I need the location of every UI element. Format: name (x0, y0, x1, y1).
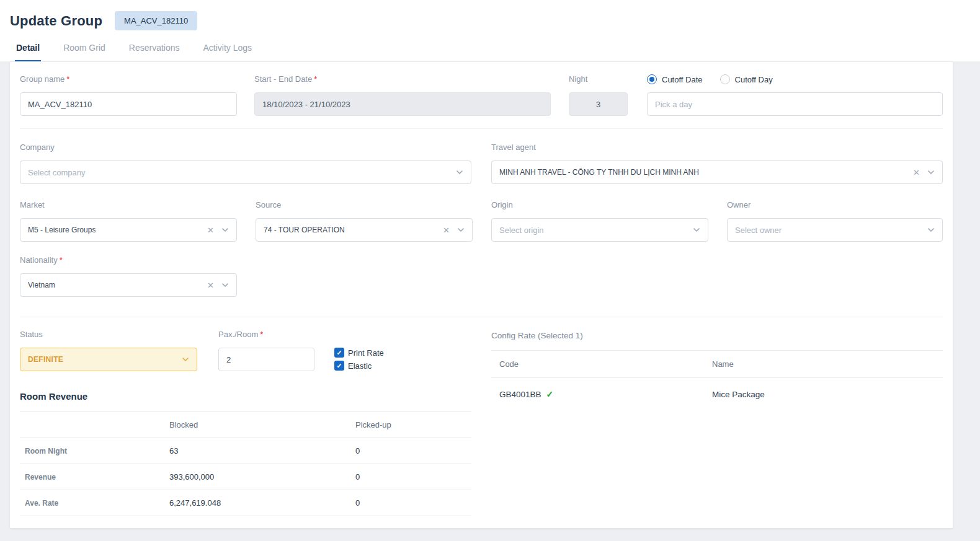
radio-unselected-icon (720, 74, 730, 84)
night-input: 3 (569, 92, 628, 116)
market-select[interactable]: M5 - Leisure Groups ✕ (20, 218, 237, 242)
tab-reservations[interactable]: Reservations (128, 43, 181, 61)
date-range-input: 18/10/2023 - 21/10/2023 (254, 92, 551, 116)
table-row: Room Night 63 0 (20, 438, 471, 464)
revenue-header-picked-up: Picked-up (350, 412, 471, 438)
market-label: Market (20, 200, 237, 210)
required-asterisk: * (260, 330, 263, 339)
status-select[interactable]: DEFINITE (20, 348, 197, 371)
elastic-checkbox[interactable]: ✓ Elastic (334, 361, 384, 371)
config-header-code: Code (491, 351, 704, 378)
status-field: Status DEFINITE (20, 330, 197, 374)
revenue-picked-up-value: 0 (350, 464, 471, 490)
config-rate-title: Config Rate (Selected 1) (491, 317, 943, 351)
revenue-picked-up-value: 0 (350, 438, 471, 464)
night-field: Night 3 (569, 74, 628, 116)
revenue-header-blocked: Blocked (164, 412, 350, 438)
nationality-label: Nationality* (20, 255, 237, 265)
radio-cutoff-date[interactable]: Cutoff Date (647, 74, 703, 84)
bottom-section: Status DEFINITE Pax./Room* (20, 317, 943, 516)
travel-agent-select[interactable]: MINH ANH TRAVEL - CÔNG TY TNHH DU LỊCH M… (491, 161, 943, 184)
clear-icon[interactable]: ✕ (207, 226, 214, 234)
chevron-down-icon[interactable] (693, 226, 700, 234)
tab-bar: Detail Room Grid Reservations Activity L… (15, 43, 980, 61)
revenue-row-label: Ave. Rate (20, 490, 164, 516)
group-name-label: Group name* (20, 74, 237, 84)
title-row: Update Group MA_ACV_182110 (10, 11, 980, 30)
tab-room-grid[interactable]: Room Grid (62, 43, 107, 61)
print-rate-checkbox[interactable]: ✓ Print Rate (334, 348, 384, 358)
tab-activity-logs[interactable]: Activity Logs (202, 43, 254, 61)
revenue-row-label: Room Night (20, 438, 164, 464)
cutoff-field: Cutoff Date Cutoff Day (647, 74, 943, 116)
company-field: Company Select company (20, 143, 471, 184)
content-area: Group name* Start - End Date* 18/10/2023… (0, 61, 980, 528)
clear-icon[interactable]: ✕ (913, 169, 920, 177)
room-revenue-title: Room Revenue (20, 391, 471, 402)
chevron-down-icon[interactable] (221, 281, 229, 289)
group-code-badge: MA_ACV_182110 (115, 11, 197, 30)
pax-room-label: Pax./Room* (218, 330, 314, 340)
status-row: Status DEFINITE Pax./Room* (20, 330, 471, 374)
config-header-name: Name (704, 351, 943, 378)
config-rate-row[interactable]: GB4001BB✓ Mice Package (491, 378, 943, 411)
table-row: Ave. Rate 6,247,619.048 0 (20, 490, 471, 516)
night-label: Night (569, 74, 628, 84)
cutoff-radio-group: Cutoff Date Cutoff Day (647, 74, 943, 84)
revenue-blocked-value: 6,247,619.048 (164, 490, 350, 516)
update-group-form-card: Group name* Start - End Date* 18/10/2023… (10, 62, 953, 528)
row-nationality: Nationality* Vietnam ✕ (20, 255, 943, 297)
config-rate-name-cell: Mice Package (704, 378, 943, 411)
chevron-down-icon[interactable] (456, 169, 463, 176)
chevron-down-icon[interactable] (182, 356, 189, 363)
revenue-header-empty (20, 412, 164, 438)
checkbox-checked-icon: ✓ (334, 348, 344, 358)
page-title: Update Group (10, 13, 102, 29)
owner-field: Owner Select owner (727, 200, 943, 242)
company-label: Company (20, 143, 471, 152)
selected-check-icon: ✓ (546, 389, 554, 399)
group-name-input[interactable] (20, 92, 237, 116)
revenue-blocked-value: 393,600,000 (164, 464, 350, 490)
tab-detail[interactable]: Detail (15, 43, 41, 61)
source-select[interactable]: 74 - TOUR OPERATION ✕ (256, 218, 473, 242)
radio-cutoff-day[interactable]: Cutoff Day (720, 74, 773, 84)
config-rate-code-cell: GB4001BB✓ (491, 378, 704, 411)
pax-room-input[interactable] (218, 348, 314, 371)
owner-label: Owner (727, 200, 943, 210)
row-dates: Group name* Start - End Date* 18/10/2023… (20, 74, 943, 129)
cutoff-date-picker-input[interactable] (647, 92, 943, 116)
market-field: Market M5 - Leisure Groups ✕ (20, 200, 237, 242)
chevron-down-icon[interactable] (457, 226, 465, 234)
clear-icon[interactable]: ✕ (443, 226, 450, 234)
date-range-label: Start - End Date* (254, 74, 551, 84)
nationality-field: Nationality* Vietnam ✕ (20, 255, 237, 297)
config-header-row: Code Name (491, 351, 943, 378)
status-revenue-column: Status DEFINITE Pax./Room* (20, 317, 471, 516)
origin-select[interactable]: Select origin (491, 218, 708, 242)
revenue-picked-up-value: 0 (350, 490, 471, 516)
chevron-down-icon[interactable] (927, 226, 935, 234)
required-asterisk: * (314, 74, 317, 84)
config-rate-table: Code Name GB4001BB✓ Mice Package (491, 351, 943, 410)
origin-label: Origin (491, 200, 708, 210)
source-field: Source 74 - TOUR OPERATION ✕ (256, 200, 473, 242)
required-asterisk: * (60, 255, 63, 265)
pax-room-field: Pax./Room* (218, 330, 314, 374)
source-label: Source (256, 200, 473, 210)
revenue-blocked-value: 63 (164, 438, 350, 464)
radio-selected-icon (647, 74, 657, 84)
company-select[interactable]: Select company (20, 161, 471, 184)
group-name-field: Group name* (20, 74, 237, 116)
clear-icon[interactable]: ✕ (207, 281, 214, 289)
origin-field: Origin Select origin (491, 200, 708, 242)
chevron-down-icon[interactable] (221, 226, 229, 234)
chevron-down-icon[interactable] (927, 169, 935, 176)
nationality-select[interactable]: Vietnam ✕ (20, 273, 237, 297)
status-label: Status (20, 330, 197, 340)
owner-select[interactable]: Select owner (727, 218, 943, 242)
rate-options: ✓ Print Rate ✓ Elastic (334, 348, 384, 374)
row-market-source: Market M5 - Leisure Groups ✕ Source 74 -… (20, 200, 943, 242)
travel-agent-label: Travel agent (491, 143, 943, 152)
row-company-agent: Company Select company Travel agent MINH… (20, 143, 943, 184)
